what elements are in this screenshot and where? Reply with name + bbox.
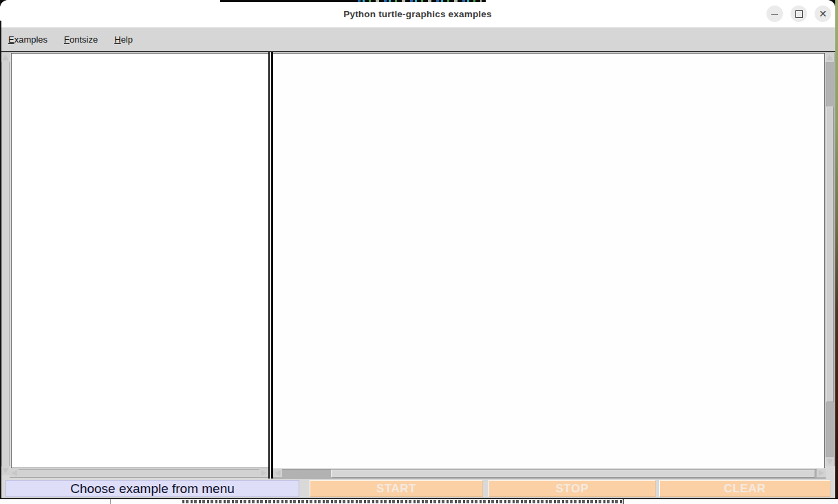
background-window-text-fragment (182, 500, 623, 503)
canvas-scroll-up-button[interactable] (826, 53, 834, 62)
menu-item-examples[interactable]: Examples (3, 32, 53, 47)
control-bar: Choose example from menu START STOP CLEA… (0, 479, 835, 499)
editor-scroll-right-button[interactable] (259, 469, 268, 477)
canvas-scroll-down-button[interactable] (826, 457, 834, 466)
turtle-canvas[interactable] (273, 53, 825, 468)
scroll-right-icon (819, 470, 824, 476)
screen: Python turtle-graphics examples ✕ Exampl… (0, 0, 838, 504)
canvas-vscroll-thumb[interactable] (826, 107, 834, 402)
close-icon: ✕ (819, 9, 827, 19)
scroll-down-icon (3, 468, 9, 474)
example-source-textarea[interactable] (11, 53, 268, 468)
window-left-border (0, 21, 1, 499)
canvas-scroll-right-button[interactable] (817, 469, 826, 477)
scroll-right-icon (261, 470, 267, 476)
maximize-button[interactable] (791, 6, 807, 22)
scroll-left-icon (12, 470, 17, 476)
editor-scroll-left-button[interactable] (10, 469, 19, 477)
background-window-edge (623, 499, 624, 504)
editor-scroll-up-button[interactable] (1, 53, 10, 62)
window-title: Python turtle-graphics examples (0, 0, 835, 28)
status-label: Choose example from menu (6, 480, 299, 497)
scroll-down-icon (827, 459, 833, 465)
minimize-button[interactable] (766, 6, 783, 22)
start-button[interactable]: START (310, 480, 483, 497)
menubar: Examples Fontsize Help (0, 28, 835, 51)
canvas-horizontal-scrollbar[interactable] (273, 469, 826, 479)
clear-button[interactable]: CLEAR (659, 480, 830, 497)
editor-vertical-scrollbar[interactable] (1, 53, 10, 475)
pane-divider (268, 52, 273, 479)
background-window-bottom-sliver (0, 499, 838, 504)
stop-button[interactable]: STOP (488, 480, 656, 497)
menu-item-fontsize[interactable]: Fontsize (58, 32, 103, 47)
turtledemo-window: Python turtle-graphics examples ✕ Exampl… (0, 0, 835, 499)
canvas-hscroll-thumb[interactable] (331, 470, 815, 478)
background-window-edge (110, 499, 111, 504)
canvas-vertical-scrollbar[interactable] (826, 53, 835, 466)
close-button[interactable]: ✕ (815, 6, 831, 22)
scroll-up-icon (3, 55, 9, 61)
workarea (0, 52, 835, 479)
editor-horizontal-scrollbar[interactable] (10, 469, 268, 478)
maximize-icon (795, 10, 803, 18)
menu-item-help[interactable]: Help (109, 32, 138, 47)
scroll-left-icon (275, 470, 281, 476)
scroll-up-icon (827, 55, 833, 61)
background-window-top-sliver (220, 0, 486, 2)
titlebar[interactable]: Python turtle-graphics examples ✕ (0, 0, 835, 28)
minimize-icon (771, 14, 778, 15)
background-window-tab-fragments (358, 0, 482, 2)
desktop-background-edge (835, 0, 838, 504)
editor-scroll-down-button[interactable] (1, 466, 10, 475)
canvas-scroll-left-button[interactable] (273, 469, 282, 477)
